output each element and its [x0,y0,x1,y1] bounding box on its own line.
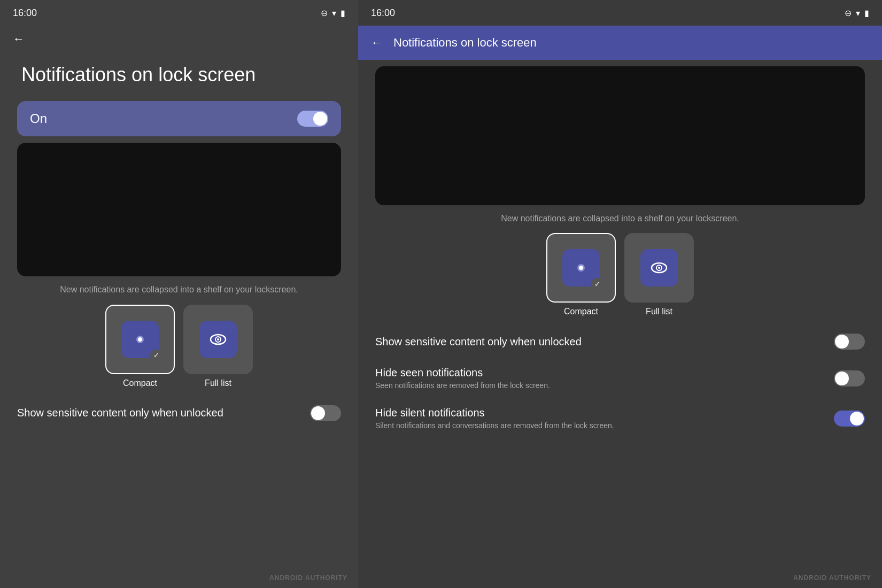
toggle-label: On [30,111,47,126]
right-header: ← Notifications on lock screen [358,26,882,60]
status-icons-left: ⊖ ▾ ▮ [321,8,345,18]
fulllist-label-left: Full list [205,378,231,388]
hide-seen-text: Hide seen notifications Seen notificatio… [375,367,550,390]
hide-seen-sublabel: Seen notifications are removed from the … [375,381,550,390]
time-right: 16:00 [371,7,395,19]
sensitive-content-text-left: Show sensitive content only when unlocke… [17,407,223,419]
watermark-right: ANDROID AUTHORITY [793,574,871,582]
svg-point-2 [217,338,219,341]
compact-card-left[interactable]: ✓ [105,305,175,374]
left-panel: 16:00 ⊖ ▾ ▮ ← Notifications on lock scre… [0,0,358,588]
do-not-disturb-icon-right: ⊖ [845,8,852,18]
svg-point-5 [658,267,660,269]
hide-silent-label: Hide silent notifications [375,407,614,419]
sensitive-content-label-right: Show sensitive content only when unlocke… [375,336,582,348]
description-text-left: New notifications are collapsed into a s… [21,284,337,296]
wifi-icon: ▾ [332,8,336,18]
fulllist-option-left[interactable]: Full list [183,305,253,388]
lock-screen-preview-right [375,66,865,205]
hide-silent-toggle[interactable] [834,411,865,427]
compact-label-left: Compact [123,378,157,388]
back-arrow-icon-right[interactable]: ← [371,36,383,50]
checkmark-badge-left: ✓ [150,350,162,361]
compact-option-right[interactable]: ✓ Compact [546,233,616,316]
wifi-icon-right: ▾ [856,8,860,18]
sensitive-content-row-right: Show sensitive content only when unlocke… [358,325,882,358]
status-icons-right: ⊖ ▾ ▮ [845,8,869,18]
status-bar-left: 16:00 ⊖ ▾ ▮ [0,0,358,26]
right-panel: 16:00 ⊖ ▾ ▮ ← Notifications on lock scre… [358,0,882,588]
toggle-knob [313,112,327,126]
dot-icon-right [577,264,585,272]
eye-svg-left [208,330,228,349]
hide-silent-row: Hide silent notifications Silent notific… [358,398,882,438]
compact-icon-left: ✓ [121,321,159,358]
compact-icon-right: ✓ [562,249,600,287]
fulllist-option-right[interactable]: Full list [624,233,694,316]
description-text-right: New notifications are collapsed into a s… [380,213,861,225]
do-not-disturb-icon: ⊖ [321,8,328,18]
compact-card-right[interactable]: ✓ [546,233,616,303]
option-cards-left: ✓ Compact Full list [17,305,341,388]
time-left: 16:00 [13,7,37,19]
hide-silent-text: Hide silent notifications Silent notific… [375,407,614,430]
dot-icon-left [136,336,144,343]
sensitive-content-label-left: Show sensitive content only when unlocke… [17,407,223,419]
compact-label-right: Compact [564,307,598,316]
sensitive-content-text-right: Show sensitive content only when unlocke… [375,336,582,348]
toggle-row[interactable]: On [17,101,341,136]
watermark-left: ANDROID AUTHORITY [269,574,347,582]
hide-silent-toggle-knob [850,412,864,425]
fulllist-icon-right [640,249,678,287]
option-cards-right: ✓ Compact Full list [375,233,865,316]
sensitive-toggle-left[interactable] [310,405,341,421]
page-title-left: Notifications on lock screen [0,50,358,97]
checkmark-badge-right: ✓ [591,278,603,290]
sensitive-toggle-knob-right [835,335,849,349]
on-toggle[interactable] [297,111,328,127]
fulllist-card-left[interactable] [183,305,253,374]
battery-icon-right: ▮ [864,8,869,18]
right-header-title: Notifications on lock screen [393,36,537,50]
hide-seen-toggle-knob [835,372,849,385]
sensitive-toggle-knob-left [311,406,325,420]
hide-silent-sublabel: Silent notifications and conversations a… [375,421,614,430]
compact-option-left[interactable]: ✓ Compact [105,305,175,388]
fulllist-label-right: Full list [646,307,672,316]
hide-seen-label: Hide seen notifications [375,367,550,379]
fulllist-icon-left [199,321,237,358]
eye-svg-right [649,258,669,277]
lock-screen-preview-left [17,143,341,276]
battery-icon: ▮ [341,8,345,18]
sensitive-content-row-left: Show sensitive content only when unlocke… [0,397,358,430]
status-bar-right: 16:00 ⊖ ▾ ▮ [358,0,882,26]
sensitive-toggle-right[interactable] [834,334,865,350]
hide-seen-toggle[interactable] [834,370,865,386]
fulllist-card-right[interactable] [624,233,694,303]
hide-seen-row: Hide seen notifications Seen notificatio… [358,358,882,398]
back-button-left[interactable]: ← [0,26,358,50]
back-arrow-icon: ← [13,32,25,45]
